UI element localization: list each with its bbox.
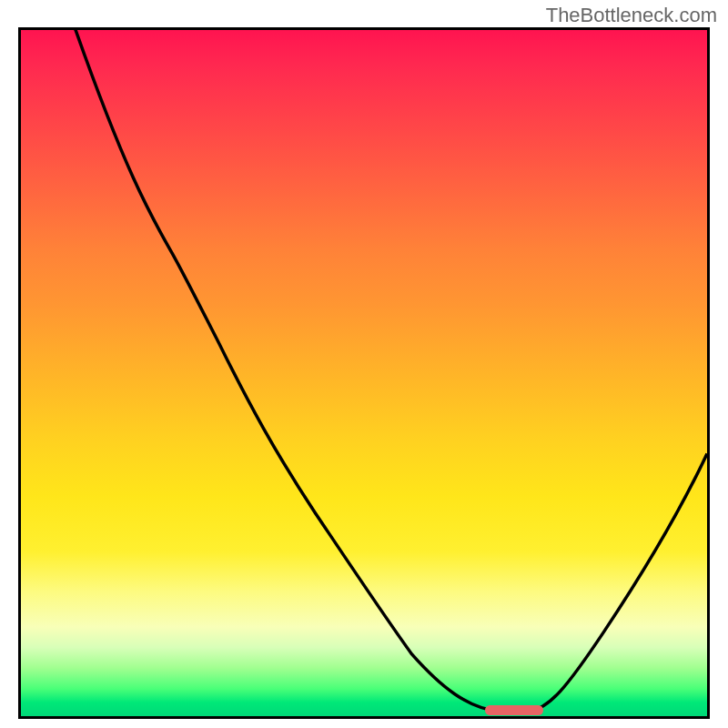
watermark-text: TheBottleneck.com — [546, 4, 717, 27]
chart-container: TheBottleneck.com — [0, 0, 728, 728]
optimal-marker — [485, 705, 543, 715]
curve-svg — [21, 30, 707, 716]
plot-area — [18, 27, 710, 719]
bottleneck-curve-path — [21, 30, 707, 712]
